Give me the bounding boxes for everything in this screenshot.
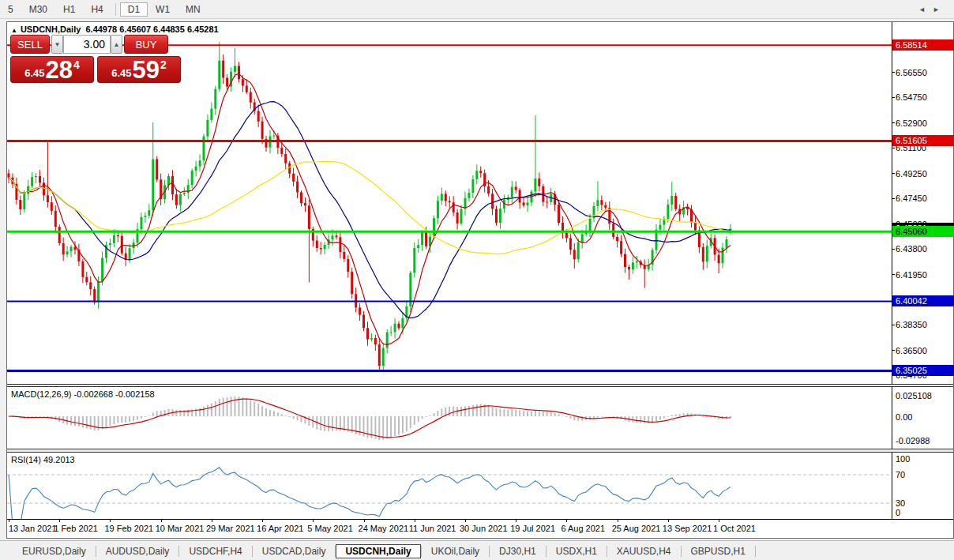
date-tickmark	[161, 520, 162, 522]
volume-decrease-button[interactable]: ▼	[51, 35, 63, 54]
chart-window: ▲USDCNH,Daily 6.44978 6.45607 6.44835 6.…	[6, 21, 954, 539]
axis-tickmark	[892, 350, 895, 351]
tab-USDX-H1[interactable]: USDX,H1	[546, 544, 607, 558]
date-tickmark	[110, 520, 111, 522]
rsi-axis-scale[interactable]: 100 70 30 0	[892, 453, 953, 519]
price-badge-6.51605: 6.51605	[892, 135, 954, 146]
date-label: 19 Jul 2021	[510, 524, 555, 533]
date-tickmark	[313, 520, 314, 522]
date-label: 1 Oct 2021	[713, 524, 756, 533]
buy-button[interactable]: BUY	[124, 35, 168, 54]
timeframe-button-W1[interactable]: W1	[148, 2, 178, 17]
price-tick-label: 6.54750	[896, 92, 927, 102]
macd-signal-line	[9, 399, 731, 438]
rsi-chart-svg[interactable]	[7, 453, 892, 519]
tab-scroll-right-icon[interactable]: ►	[933, 6, 940, 13]
date-label: 13 Sep 2021	[663, 524, 712, 533]
axis-tickmark	[892, 249, 895, 250]
tab-XAUUSD-H4[interactable]: XAUUSD,H4	[607, 544, 681, 558]
toolbar-separator	[115, 3, 116, 16]
timeframe-button-5[interactable]: 5	[0, 2, 21, 17]
candles	[8, 42, 732, 371]
date-tickmark	[415, 520, 415, 522]
price-axis-scale[interactable]: 6.565506.547506.529006.511006.492506.474…	[892, 22, 953, 384]
trading-terminal: 5M30H1H4D1W1MN ▲USDCNH,Daily 6.44978 6.4…	[0, 0, 954, 560]
timeframe-button-D1[interactable]: D1	[120, 2, 148, 17]
date-tickmark	[212, 520, 212, 522]
macd-panel[interactable]: MACD(12,26,9) -0.002668 -0.002158	[7, 387, 892, 449]
price-badge-6.58514: 6.58514	[892, 39, 954, 51]
rsi-name: RSI(14)	[11, 455, 41, 464]
timeframe-button-M30[interactable]: M30	[21, 2, 55, 17]
slow-ma-line	[9, 162, 731, 254]
tab-DJ30-H1[interactable]: DJ30,H1	[490, 544, 546, 558]
fast-ma-line	[9, 73, 731, 344]
one-click-trade-panel: SELL ▼ 3.00 ▲ BUY 6.45 28 4 6.45 59 2	[10, 35, 186, 84]
rsi-axis-70: 70	[896, 470, 905, 479]
date-tickmark	[618, 520, 618, 522]
price-chart-panel[interactable]: ▲USDCNH,Daily 6.44978 6.45607 6.44835 6.…	[7, 22, 892, 384]
rsi-label: RSI(14) 49.2013	[11, 455, 75, 464]
date-tickmark	[9, 520, 9, 522]
rsi-axis-0: 0	[896, 508, 900, 517]
volume-input[interactable]: 3.00	[63, 35, 111, 54]
axis-tickmark	[892, 325, 895, 325]
chevron-down-icon: ▼	[54, 41, 61, 48]
date-tickmark	[668, 520, 669, 522]
macd-name: MACD(12,26,9)	[11, 389, 71, 399]
rsi-axis-100: 100	[896, 454, 910, 464]
buy-price-sup: 2	[160, 58, 167, 71]
axis-tickmark	[892, 72, 895, 73]
rsi-axis-30: 30	[896, 498, 905, 508]
tab-AUDUSD-Daily[interactable]: AUDUSD,Daily	[96, 544, 179, 558]
tab-USDCHF-H4[interactable]: USDCHF,H4	[179, 544, 251, 558]
axis-tickmark	[892, 148, 895, 148]
macd-axis-zero: 0.00	[896, 412, 912, 422]
date-tickmark	[719, 520, 719, 522]
date-label: 25 Aug 2021	[612, 524, 661, 533]
date-tickmark	[516, 520, 516, 522]
macd-values: -0.002668 -0.002158	[73, 389, 154, 399]
sell-button[interactable]: SELL	[10, 35, 50, 54]
tab-USDCAD-Daily[interactable]: USDCAD,Daily	[253, 544, 336, 558]
symbol-tab-bar: EURUSD,DailyAUDUSD,DailyUSDCHF,H4USDCAD,…	[0, 540, 954, 560]
price-tick-label: 6.47450	[896, 194, 927, 203]
timeframe-button-H1[interactable]: H1	[55, 2, 83, 17]
tab-separator	[755, 546, 756, 557]
tab-EURUSD-Daily[interactable]: EURUSD,Daily	[13, 544, 96, 558]
rsi-line	[9, 468, 731, 519]
date-tickmark	[566, 520, 567, 522]
axis-tickmark	[892, 274, 895, 275]
sell-price-prefix: 6.45	[24, 67, 44, 79]
price-tick-label: 6.56550	[896, 68, 927, 77]
axis-tickmark	[892, 198, 895, 199]
chart-title: ▲USDCNH,Daily 6.44978 6.45607 6.44835 6.…	[11, 24, 219, 34]
tab-USDCNH-Daily[interactable]: USDCNH,Daily	[336, 544, 420, 558]
price-tick-label: 6.36500	[896, 346, 927, 355]
tab-scroll-left-icon[interactable]: ◄	[918, 6, 926, 13]
ohlc-values: 6.44978 6.45607 6.44835 6.45281	[85, 24, 218, 34]
date-tickmark	[364, 520, 365, 522]
rsi-panel[interactable]: RSI(14) 49.2013	[7, 453, 892, 519]
price-tick-label: 6.52900	[896, 118, 927, 128]
tab-GBPUSD-H1[interactable]: GBPUSD,H1	[682, 544, 755, 558]
symbol-title: USDCNH,Daily	[21, 24, 81, 34]
tab-UKOil-Daily[interactable]: UKOil,Daily	[422, 544, 489, 558]
date-label: 13 Jan 2021	[9, 524, 57, 533]
collapse-triangle-icon[interactable]: ▲	[11, 27, 17, 34]
buy-price-prefix: 6.45	[111, 67, 131, 79]
time-axis[interactable]: 13 Jan 20211 Feb 202119 Feb 202110 Mar 2…	[7, 519, 953, 538]
sell-price-sup: 4	[73, 58, 80, 71]
axis-tickmark	[892, 122, 895, 123]
rsi-value: 49.2013	[43, 455, 75, 464]
date-label: 19 Feb 2021	[104, 524, 153, 533]
price-tick-label: 6.38350	[896, 320, 927, 329]
sell-price-display[interactable]: 6.45 28 4	[10, 56, 94, 83]
buy-price-display[interactable]: 6.45 59 2	[97, 56, 181, 83]
volume-increase-button[interactable]: ▲	[111, 35, 122, 54]
date-tickmark	[465, 520, 466, 522]
macd-axis-scale[interactable]: 0.025108 0.00 -0.02988	[892, 387, 953, 449]
timeframe-button-MN[interactable]: MN	[178, 2, 208, 17]
timeframe-button-H4[interactable]: H4	[83, 2, 111, 17]
macd-axis-min: -0.02988	[896, 436, 930, 445]
